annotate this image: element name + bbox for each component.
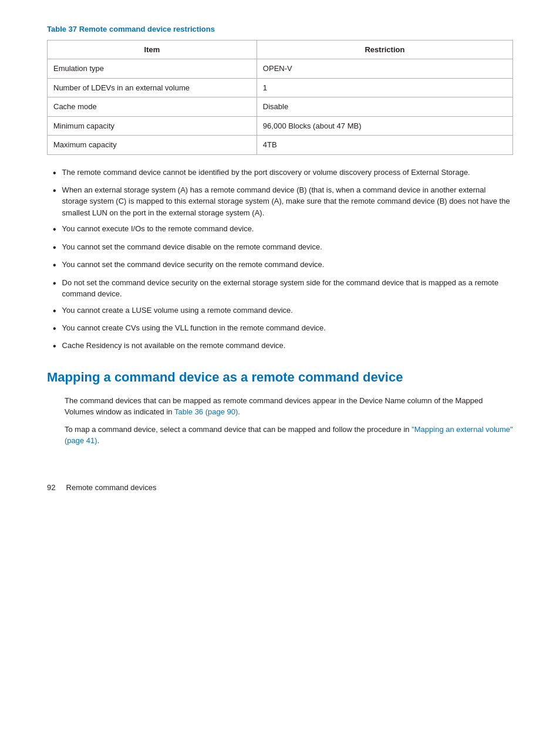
section-heading: Mapping a command device as a remote com… bbox=[47, 367, 513, 387]
table-row: Number of LDEVs in an external volume1 bbox=[48, 78, 513, 97]
para2-after: . bbox=[97, 436, 100, 445]
bullet-list: The remote command device cannot be iden… bbox=[47, 167, 513, 353]
table-cell-item: Number of LDEVs in an external volume bbox=[48, 78, 257, 97]
footer-section-name: Remote command devices bbox=[66, 483, 157, 492]
list-item: You cannot create CVs using the VLL func… bbox=[47, 322, 513, 335]
list-item: You cannot create a LUSE volume using a … bbox=[47, 305, 513, 318]
page-number: 92 bbox=[47, 483, 55, 492]
section-paragraph-1: The command devices that can be mapped a… bbox=[65, 395, 513, 418]
table-cell-restriction: 96,000 Blocks (about 47 MB) bbox=[257, 116, 512, 136]
table-cell-item: Cache mode bbox=[48, 97, 257, 117]
list-item: You cannot set the command device disabl… bbox=[47, 241, 513, 254]
para1-after: . bbox=[238, 407, 240, 416]
para1-before: The command devices that can be mapped a… bbox=[65, 396, 483, 417]
restrictions-table: Item Restriction Emulation typeOPEN-VNum… bbox=[47, 40, 513, 155]
list-item: Do not set the command device security o… bbox=[47, 277, 513, 300]
list-item: You cannot set the command device securi… bbox=[47, 259, 513, 272]
table-cell-item: Maximum capacity bbox=[48, 136, 257, 155]
column-header-restriction: Restriction bbox=[257, 40, 512, 59]
column-header-item: Item bbox=[48, 40, 257, 59]
table-row: Minimum capacity96,000 Blocks (about 47 … bbox=[48, 116, 513, 136]
para2-before: To map a command device, select a comman… bbox=[65, 425, 411, 434]
section-paragraph-2: To map a command device, select a comman… bbox=[65, 424, 513, 447]
table-row: Maximum capacity4TB bbox=[48, 136, 513, 155]
table-cell-restriction: 1 bbox=[257, 78, 512, 97]
list-item: The remote command device cannot be iden… bbox=[47, 167, 513, 180]
table-cell-item: Minimum capacity bbox=[48, 116, 257, 136]
table-cell-restriction: Disable bbox=[257, 97, 512, 117]
table-cell-restriction: 4TB bbox=[257, 136, 512, 155]
section-body: The command devices that can be mapped a… bbox=[65, 395, 513, 447]
table-cell-restriction: OPEN-V bbox=[257, 59, 512, 79]
footer: 92 Remote command devices bbox=[47, 482, 513, 494]
list-item: Cache Residency is not available on the … bbox=[47, 340, 513, 353]
table-row: Cache modeDisable bbox=[48, 97, 513, 117]
table-header-row: Item Restriction bbox=[48, 40, 513, 59]
table-row: Emulation typeOPEN-V bbox=[48, 59, 513, 79]
list-item: When an external storage system (A) has … bbox=[47, 184, 513, 219]
table-title: Table 37 Remote command device restricti… bbox=[47, 23, 513, 35]
table-cell-item: Emulation type bbox=[48, 59, 257, 79]
table36-link[interactable]: Table 36 (page 90) bbox=[174, 407, 238, 416]
list-item: You cannot execute I/Os to the remote co… bbox=[47, 223, 513, 236]
